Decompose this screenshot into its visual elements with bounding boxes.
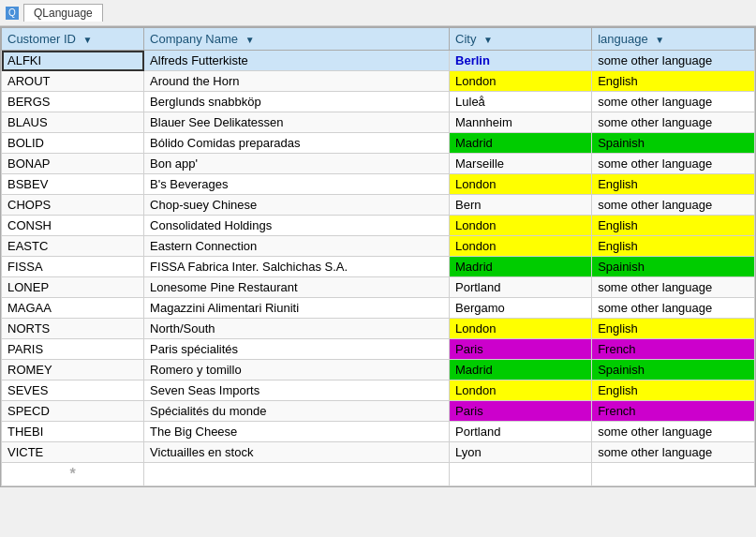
cell-city: Berlin (450, 51, 592, 71)
table-row[interactable]: MAGAAMagazzini Alimentari RiunitiBergamo… (2, 298, 755, 319)
cell-language: Spainish (592, 257, 755, 277)
cell-company-name: Paris spécialités (144, 339, 450, 360)
sort-arrow-customer-id[interactable]: ▼ (83, 35, 93, 45)
cell-city: Bern (450, 195, 592, 216)
table-header-row: Customer ID ▼ Company Name ▼ City ▼ lang… (2, 28, 755, 51)
cell-customer-id: BONAP (2, 154, 144, 174)
cell-company-name: Bon app' (144, 154, 450, 174)
cell-customer-id: BOLID (2, 133, 144, 154)
cell-customer-id: LONEP (2, 277, 144, 298)
table-row[interactable]: BSBEVB's BeveragesLondonEnglish (2, 174, 755, 195)
col-header-company-name[interactable]: Company Name ▼ (144, 28, 450, 51)
cell-customer-id: THEBI (2, 422, 144, 442)
cell-language: English (592, 380, 755, 401)
cell-city: Lyon (450, 442, 592, 463)
cell-language: Spainish (592, 133, 755, 154)
cell-language: some other language (592, 277, 755, 298)
cell-language: English (592, 319, 755, 339)
cell-customer-id: AROUT (2, 71, 144, 92)
cell-company-name: The Big Cheese (144, 422, 450, 442)
cell-company-name: Lonesome Pine Restaurant (144, 277, 450, 298)
cell-city: Mannheim (450, 112, 592, 133)
table-row[interactable]: ROMEYRomero y tomilloMadridSpainish (2, 360, 755, 380)
cell-city: London (450, 71, 592, 92)
cell-city: London (450, 380, 592, 401)
title-bar: Q QLanguage (0, 0, 756, 26)
table-body: ALFKIAlfreds FutterkisteBerlinsome other… (2, 51, 755, 486)
cell-city: Luleå (450, 92, 592, 112)
cell-company-name: Berglunds snabbköp (144, 92, 450, 112)
cell-customer-id: ROMEY (2, 360, 144, 380)
cell-language: some other language (592, 298, 755, 319)
cell-customer-id: CHOPS (2, 195, 144, 216)
cell-city: Portland (450, 422, 592, 442)
new-record-marker: * (2, 463, 144, 486)
new-record-cell (592, 463, 755, 486)
sort-arrow-company-name[interactable]: ▼ (245, 35, 255, 45)
table-row[interactable]: NORTSNorth/SouthLondonEnglish (2, 319, 755, 339)
table-row[interactable]: LONEPLonesome Pine RestaurantPortlandsom… (2, 277, 755, 298)
cell-company-name: Alfreds Futterkiste (144, 51, 450, 71)
tab-qlanguage[interactable]: QLanguage (23, 4, 103, 22)
cell-language: some other language (592, 51, 755, 71)
cell-company-name: B's Beverages (144, 174, 450, 195)
cell-customer-id: MAGAA (2, 298, 144, 319)
cell-company-name: Seven Seas Imports (144, 380, 450, 401)
cell-language: some other language (592, 442, 755, 463)
col-header-customer-id[interactable]: Customer ID ▼ (2, 28, 144, 51)
table-row[interactable]: PARISParis spécialitésParisFrench (2, 339, 755, 360)
cell-city: London (450, 236, 592, 257)
cell-company-name: North/South (144, 319, 450, 339)
new-record-row[interactable]: * (2, 463, 755, 486)
cell-language: English (592, 71, 755, 92)
cell-customer-id: CONSH (2, 216, 144, 236)
cell-city: Paris (450, 339, 592, 360)
col-header-city[interactable]: City ▼ (450, 28, 592, 51)
table-row[interactable]: EASTCEastern ConnectionLondonEnglish (2, 236, 755, 257)
new-record-cell (144, 463, 450, 486)
cell-company-name: Victuailles en stock (144, 442, 450, 463)
cell-language: English (592, 216, 755, 236)
table-row[interactable]: BERGSBerglunds snabbköpLuleåsome other l… (2, 92, 755, 112)
table-row[interactable]: BOLIDBólido Comidas preparadasMadridSpai… (2, 133, 755, 154)
cell-city: London (450, 174, 592, 195)
table-row[interactable]: CHOPSChop-suey ChineseBernsome other lan… (2, 195, 755, 216)
cell-city: Bergamo (450, 298, 592, 319)
table-row[interactable]: AROUTAround the HornLondonEnglish (2, 71, 755, 92)
cell-customer-id: EASTC (2, 236, 144, 257)
cell-city: Madrid (450, 360, 592, 380)
cell-language: some other language (592, 195, 755, 216)
cell-company-name: Spécialités du monde (144, 401, 450, 422)
cell-customer-id: FISSA (2, 257, 144, 277)
cell-city: Marseille (450, 154, 592, 174)
sort-arrow-language[interactable]: ▼ (655, 35, 664, 45)
table-row[interactable]: THEBIThe Big CheesePortlandsome other la… (2, 422, 755, 442)
cell-city: Paris (450, 401, 592, 422)
sort-arrow-city[interactable]: ▼ (483, 35, 493, 45)
cell-company-name: Romero y tomillo (144, 360, 450, 380)
col-header-language[interactable]: language ▼ (592, 28, 755, 51)
cell-city: London (450, 319, 592, 339)
cell-customer-id: BERGS (2, 92, 144, 112)
cell-city: Madrid (450, 257, 592, 277)
cell-city: London (450, 216, 592, 236)
table-row[interactable]: BONAPBon app'Marseillesome other languag… (2, 154, 755, 174)
cell-city: Portland (450, 277, 592, 298)
cell-customer-id: PARIS (2, 339, 144, 360)
cell-company-name: Consolidated Holdings (144, 216, 450, 236)
cell-language: English (592, 174, 755, 195)
table-row[interactable]: SEVESSeven Seas ImportsLondonEnglish (2, 380, 755, 401)
cell-language: some other language (592, 112, 755, 133)
table-row[interactable]: VICTEVictuailles en stockLyonsome other … (2, 442, 755, 463)
table-row[interactable]: FISSAFISSA Fabrica Inter. Salchichas S.A… (2, 257, 755, 277)
table-row[interactable]: SPECDSpécialités du mondeParisFrench (2, 401, 755, 422)
app-window: Q QLanguage Customer ID ▼ Company Name ▼… (0, 0, 756, 487)
cell-company-name: Blauer See Delikatessen (144, 112, 450, 133)
table-row[interactable]: ALFKIAlfreds FutterkisteBerlinsome other… (2, 51, 755, 71)
cell-language: some other language (592, 422, 755, 442)
app-icon: Q (6, 7, 19, 20)
cell-company-name: Chop-suey Chinese (144, 195, 450, 216)
table-row[interactable]: BLAUSBlauer See DelikatessenMannheimsome… (2, 112, 755, 133)
cell-customer-id: NORTS (2, 319, 144, 339)
table-row[interactable]: CONSHConsolidated HoldingsLondonEnglish (2, 216, 755, 236)
